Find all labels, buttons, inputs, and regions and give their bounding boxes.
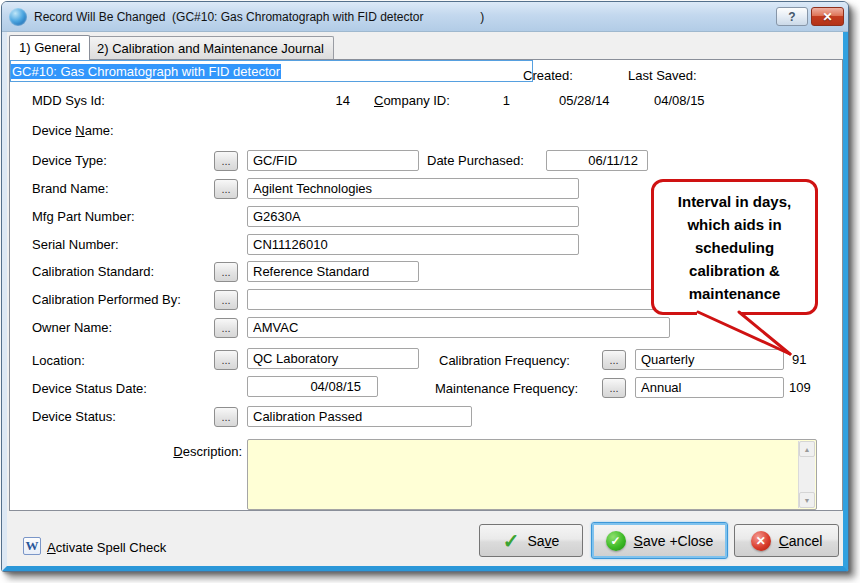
window-frame: 1) General 2) Calibration and Maintenanc… <box>2 32 848 571</box>
last-saved-value: 04/08/15 <box>654 93 705 108</box>
general-tab-page: Created: Last Saved: MDD Sys Id: 14 Comp… <box>9 59 843 511</box>
company-id-label: Company ID: <box>374 93 450 108</box>
title-bar[interactable]: Record Will Be Changed (GC#10: Gas Chrom… <box>2 2 848 32</box>
tab-general[interactable]: 1) General <box>9 35 90 60</box>
activate-spell-check-link[interactable]: Activate Spell Check <box>47 540 166 555</box>
date-purchased-label: Date Purchased: <box>427 153 524 168</box>
save-close-button-label: Save +Close <box>634 533 714 549</box>
scroll-down-icon[interactable]: ▼ <box>799 492 815 508</box>
last-saved-label: Last Saved: <box>628 68 697 83</box>
dialog-window: Record Will Be Changed (GC#10: Gas Chrom… <box>1 1 849 572</box>
maintenance-frequency-input[interactable] <box>635 377 784 398</box>
description-input[interactable]: ▲ ▼ <box>247 439 817 510</box>
brand-name-input[interactable] <box>247 178 579 199</box>
calibration-performed-by-label: Calibration Performed By: <box>32 292 181 307</box>
cancel-circle-icon: ✕ <box>751 531 771 551</box>
company-id-value: 1 <box>480 93 510 108</box>
cancel-button-label: Cancel <box>779 533 823 549</box>
save-close-button[interactable]: ✓ Save +Close <box>591 522 728 559</box>
device-status-browse-button[interactable]: ... <box>214 407 238 427</box>
maintenance-interval-days: 109 <box>789 380 811 395</box>
serial-number-input[interactable] <box>247 234 579 255</box>
calibration-standard-browse-button[interactable]: ... <box>214 262 238 282</box>
cancel-button[interactable]: ✕ Cancel <box>734 524 839 557</box>
location-input[interactable] <box>247 348 419 369</box>
device-type-label: Device Type: <box>32 153 107 168</box>
mfg-part-number-label: Mfg Part Number: <box>32 209 135 224</box>
brand-name-label: Brand Name: <box>32 181 109 196</box>
serial-number-label: Serial Number: <box>32 237 119 252</box>
check-icon: ✓ <box>503 531 520 551</box>
callout-box: Interval in days, which aids in scheduli… <box>651 179 818 315</box>
created-value: 05/28/14 <box>559 93 610 108</box>
save-button-label: Save <box>527 533 559 549</box>
device-status-label: Device Status: <box>32 409 116 424</box>
location-label: Location: <box>32 353 85 368</box>
mfg-part-number-input[interactable] <box>247 206 579 227</box>
calibration-performed-by-browse-button[interactable]: ... <box>214 290 238 310</box>
created-label: Created: <box>523 68 573 83</box>
tab-calibration-journal[interactable]: 2) Calibration and Maintenance Journal <box>87 36 334 60</box>
maintenance-frequency-browse-button[interactable]: ... <box>602 378 626 398</box>
calibration-standard-label: Calibration Standard: <box>32 264 154 279</box>
selected-text: GC#10: Gas Chromatograph with FID detect… <box>11 64 281 79</box>
location-browse-button[interactable]: ... <box>214 350 238 370</box>
help-button[interactable]: ? <box>776 7 808 26</box>
brand-name-browse-button[interactable]: ... <box>214 179 238 199</box>
callout-pointer <box>690 310 800 360</box>
device-status-date-label: Device Status Date: <box>32 381 147 396</box>
window-title: Record Will Be Changed (GC#10: Gas Chrom… <box>34 2 484 32</box>
calibration-standard-input[interactable] <box>247 261 419 282</box>
calibration-frequency-browse-button[interactable]: ... <box>602 350 626 370</box>
owner-name-label: Owner Name: <box>32 320 112 335</box>
check-circle-icon: ✓ <box>606 531 626 551</box>
device-status-date-input[interactable] <box>247 376 378 397</box>
mdd-sys-id-value: 14 <box>310 93 350 108</box>
device-name-label: Device Name: <box>32 123 114 138</box>
device-type-browse-button[interactable]: ... <box>214 151 238 171</box>
device-name-input[interactable]: GC#10: Gas Chromatograph with FID detect… <box>10 60 533 82</box>
owner-name-browse-button[interactable]: ... <box>214 318 238 338</box>
description-label: Description: <box>140 444 242 459</box>
date-purchased-input[interactable] <box>546 150 648 171</box>
maintenance-frequency-label: Maintenance Frequency: <box>435 381 578 396</box>
callout-text: Interval in days, which aids in scheduli… <box>654 190 815 305</box>
screen: Record Will Be Changed (GC#10: Gas Chrom… <box>0 0 860 583</box>
owner-name-input[interactable] <box>247 317 670 338</box>
description-scrollbar[interactable]: ▲ ▼ <box>798 441 815 508</box>
word-spellcheck-icon: W <box>23 537 41 555</box>
close-button[interactable]: ✕ <box>811 7 844 26</box>
device-status-input[interactable] <box>247 406 472 427</box>
calibration-frequency-label: Calibration Frequency: <box>439 353 570 368</box>
app-icon <box>9 8 27 26</box>
mdd-sys-id-label: MDD Sys Id: <box>32 93 105 108</box>
scroll-up-icon[interactable]: ▲ <box>799 441 815 457</box>
device-type-input[interactable] <box>247 150 419 171</box>
save-button[interactable]: ✓ Save <box>479 524 583 557</box>
